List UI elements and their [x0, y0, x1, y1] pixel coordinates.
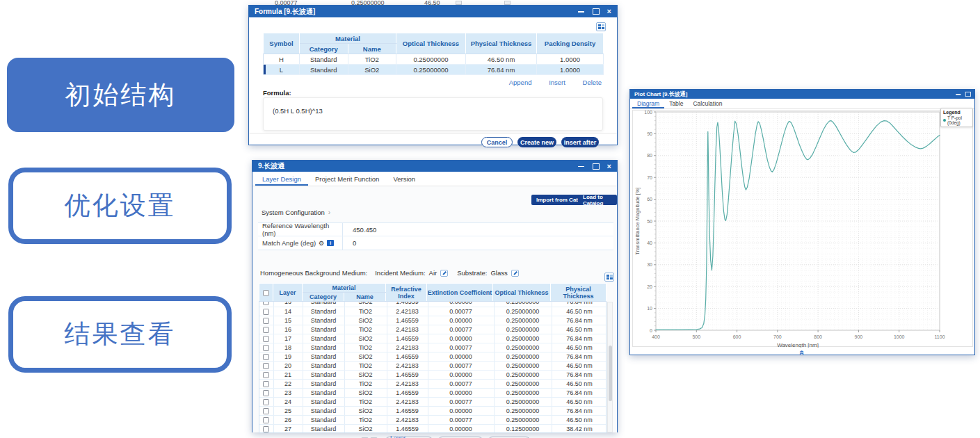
- step-initial-structure[interactable]: 初始结构: [7, 58, 234, 132]
- cell-physical: 76.84 nm: [552, 370, 607, 379]
- collapse-expander[interactable]: «: [630, 346, 974, 358]
- cell-physical: 46.50 nm: [552, 307, 607, 316]
- system-configuration-section[interactable]: System Configuration›: [262, 209, 330, 216]
- edit-icon[interactable]: [440, 270, 448, 277]
- design-window-titlebar[interactable]: 9.长波通 ×: [252, 161, 617, 172]
- cell-layer: 24: [273, 397, 303, 406]
- cell-name: TiO2: [348, 54, 396, 65]
- row-checkbox[interactable]: [263, 327, 269, 333]
- info-icon[interactable]: i: [327, 240, 334, 246]
- cell-select: [259, 334, 273, 343]
- row-checkbox[interactable]: [263, 302, 269, 305]
- cell-category: Standard: [303, 307, 344, 316]
- maximize-icon[interactable]: [593, 8, 599, 15]
- append-link[interactable]: Append: [509, 79, 532, 86]
- layer-table-row[interactable]: 27StandardSiO21.465590.000000.1250000038…: [259, 424, 607, 433]
- delete-link[interactable]: Delete: [583, 79, 602, 86]
- row-checkbox[interactable]: [263, 417, 269, 423]
- select-all-checkbox[interactable]: [263, 290, 269, 296]
- cell-optical: 0.25000000: [494, 316, 552, 325]
- tab-layer-design[interactable]: Layer Design: [255, 172, 308, 186]
- row-checkbox[interactable]: [263, 309, 269, 315]
- layer-table-row[interactable]: 19StandardSiO21.465590.000000.2500000076…: [259, 352, 607, 361]
- row-checkbox[interactable]: [263, 318, 269, 324]
- cell-extinction: 0.00000: [428, 388, 494, 397]
- row-checkbox[interactable]: [263, 381, 269, 387]
- formula-table-row[interactable]: HStandardTiO20.2500000046.50 nm1.0000: [264, 54, 604, 65]
- row-checkbox[interactable]: [263, 345, 269, 351]
- row-checkbox[interactable]: [263, 336, 269, 342]
- layer-table-row[interactable]: 20StandardTiO22.421830.000770.2500000046…: [259, 361, 607, 370]
- match-angle-value[interactable]: 0: [343, 239, 356, 247]
- row-checkbox[interactable]: [263, 399, 269, 405]
- cell-optical: 0.25000000: [494, 343, 552, 352]
- cell-select: [259, 424, 273, 433]
- layer-table-row[interactable]: 18StandardTiO22.421830.000770.2500000046…: [259, 343, 607, 352]
- cell-category: Standard: [303, 424, 344, 433]
- row-checkbox[interactable]: [263, 390, 269, 396]
- layer-table-row[interactable]: 25StandardSiO21.465590.000000.2500000076…: [259, 406, 607, 415]
- insert-link[interactable]: Insert: [549, 79, 565, 86]
- tab-version[interactable]: Version: [386, 172, 422, 186]
- maximize-icon[interactable]: [593, 163, 599, 170]
- formula-dialog-title: Formula [9.长波通]: [255, 7, 578, 17]
- minimize-icon[interactable]: [578, 8, 584, 15]
- layer-table-row[interactable]: 14StandardTiO22.421830.000770.2500000046…: [259, 307, 607, 316]
- cell-category: Standard: [300, 65, 348, 75]
- row-checkbox[interactable]: [263, 363, 269, 369]
- layer-table-row[interactable]: 16StandardTiO22.421830.000770.2500000046…: [259, 325, 607, 334]
- close-icon[interactable]: ×: [607, 163, 611, 170]
- row-checkbox[interactable]: [263, 354, 269, 360]
- cell-layer: 17: [273, 334, 303, 343]
- table-settings-icon[interactable]: [596, 22, 606, 31]
- step-result-view[interactable]: 结果查看: [8, 296, 232, 373]
- minimize-icon[interactable]: [578, 163, 584, 170]
- col-category: Category: [300, 44, 348, 54]
- table-settings-icon[interactable]: [604, 273, 614, 282]
- maximize-icon[interactable]: [965, 92, 970, 97]
- formula-table-row[interactable]: LStandardSiO20.2500000076.84 nm1.0000: [264, 65, 604, 75]
- layer-table-row[interactable]: 26StandardTiO22.421830.000770.2500000046…: [259, 415, 607, 424]
- cell-refractive: 1.46559: [387, 316, 428, 325]
- gear-icon[interactable]: ⚙: [319, 240, 324, 247]
- col-physical-thickness: Physical Thickness: [551, 284, 607, 302]
- minimize-icon[interactable]: [956, 92, 961, 97]
- row-checkbox[interactable]: [263, 408, 269, 414]
- close-icon[interactable]: ×: [607, 8, 611, 15]
- svg-text:0: 0: [650, 328, 652, 333]
- cell-category: Standard: [303, 379, 344, 388]
- formula-input[interactable]: (0.5H L 0.5H)^13: [263, 97, 603, 131]
- cell-physical: 76.84 nm: [552, 352, 607, 361]
- tab-table[interactable]: Table: [664, 99, 688, 108]
- system-configuration-form: Reference Wavelength (nm) 450.450 Match …: [258, 222, 613, 250]
- cell-extinction: 0.00077: [428, 307, 494, 316]
- cancel-button[interactable]: Cancel: [481, 137, 513, 147]
- layer-table-row[interactable]: 23StandardSiO21.465590.000000.2500000076…: [259, 388, 607, 397]
- svg-text:10: 10: [647, 306, 652, 311]
- scrollbar-thumb[interactable]: [609, 346, 612, 401]
- tab-calculation[interactable]: Calculation: [688, 99, 727, 108]
- tab-project-merit-function[interactable]: Project Merit Function: [308, 172, 386, 186]
- cell-refractive: 1.46559: [387, 352, 428, 361]
- reference-wavelength-value[interactable]: 450.450: [343, 226, 376, 234]
- edit-icon[interactable]: [511, 270, 519, 277]
- svg-text:60: 60: [647, 197, 652, 202]
- table-scrollbar[interactable]: [607, 302, 613, 432]
- load-to-catalog-button[interactable]: Load to Catalog: [578, 195, 617, 205]
- create-new-button[interactable]: Create new: [517, 137, 556, 147]
- row-checkbox[interactable]: [263, 372, 269, 378]
- layer-table-row[interactable]: 22StandardTiO22.421830.000770.2500000046…: [259, 379, 607, 388]
- row-checkbox[interactable]: [263, 426, 269, 432]
- layer-table-row[interactable]: 24StandardTiO22.421830.000770.2500000046…: [259, 397, 607, 406]
- formula-dialog-titlebar[interactable]: Formula [9.长波通] ×: [249, 6, 617, 17]
- cell-extinction: 0.00000: [428, 406, 494, 415]
- layer-table-row[interactable]: 15StandardSiO21.465590.000000.2500000076…: [259, 316, 607, 325]
- layer-table-row[interactable]: 13StandardSiO21.465590.000000.2500000076…: [259, 302, 607, 307]
- step-optimization-settings[interactable]: 优化设置: [8, 168, 232, 244]
- cell-optical: 0.25000000: [494, 302, 552, 307]
- layer-table-row[interactable]: 21StandardSiO21.465590.000000.2500000076…: [259, 370, 607, 379]
- tab-diagram[interactable]: Diagram: [632, 99, 664, 108]
- layer-table-row[interactable]: 17StandardSiO21.465590.000000.2500000076…: [259, 334, 607, 343]
- plot-window-titlebar[interactable]: Plot Chart [9.长波通]: [630, 90, 974, 99]
- insert-after-button[interactable]: Insert after: [561, 137, 599, 147]
